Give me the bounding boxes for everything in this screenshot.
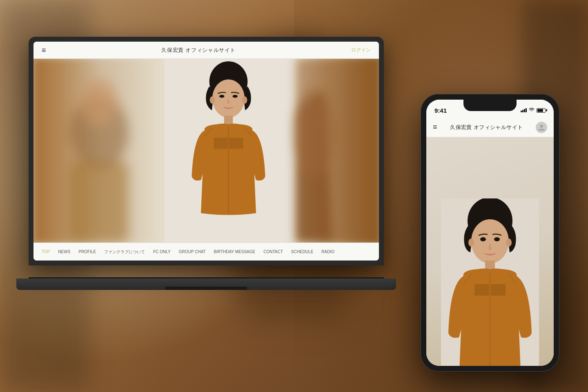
svg-rect-26 bbox=[491, 284, 506, 296]
phone-notch bbox=[463, 100, 517, 111]
svg-rect-11 bbox=[214, 138, 228, 149]
phone-hamburger-icon[interactable]: ≡ bbox=[433, 123, 437, 131]
nav-item-fc-only[interactable]: FC ONLY bbox=[149, 243, 175, 261]
nav-item-news[interactable]: NEWS bbox=[54, 243, 74, 261]
nav-item-contact[interactable]: CONTACT bbox=[259, 243, 287, 261]
phone-hero-person bbox=[441, 198, 539, 366]
laptop-base bbox=[16, 278, 396, 290]
laptop-body: ≡ 久保宏貴 オフィシャルサイト ログイン bbox=[29, 37, 384, 265]
phone-site-title: 久保宏貴 オフィシャルサイト bbox=[450, 124, 523, 131]
svg-point-9 bbox=[233, 95, 238, 98]
svg-point-20 bbox=[468, 238, 474, 247]
login-link[interactable]: ログイン bbox=[351, 47, 371, 53]
phone-screen: 9:41 bbox=[426, 100, 554, 366]
phone-body: 9:41 bbox=[421, 94, 559, 372]
phone-device: 9:41 bbox=[421, 94, 559, 372]
svg-point-6 bbox=[210, 96, 215, 104]
svg-rect-12 bbox=[229, 138, 243, 149]
laptop-hero bbox=[33, 59, 379, 243]
nav-item-profile[interactable]: PROFILE bbox=[74, 243, 100, 261]
svg-point-15 bbox=[293, 88, 336, 176]
svg-point-21 bbox=[506, 238, 512, 247]
laptop-screen: ≡ 久保宏貴 オフィシャルサイト ログイン bbox=[33, 42, 379, 261]
svg-point-19 bbox=[471, 219, 509, 263]
nav-item-group-chat[interactable]: GROUP CHAT bbox=[175, 243, 210, 261]
svg-point-8 bbox=[219, 95, 225, 98]
laptop-navbar: ≡ 久保宏貴 オフィシャルサイト ログイン bbox=[33, 42, 379, 59]
nav-item-radio[interactable]: RADIO bbox=[317, 243, 339, 261]
laptop-footer-nav: TOP NEWS PROFILE ファンクラブについて FC ONLY GROU… bbox=[33, 243, 379, 261]
svg-point-16 bbox=[540, 125, 543, 128]
hero-right-figure bbox=[293, 59, 379, 243]
nav-item-top[interactable]: TOP bbox=[38, 243, 54, 261]
phone-status-icons bbox=[521, 107, 546, 114]
svg-point-7 bbox=[242, 96, 247, 104]
nav-item-schedule[interactable]: SCHEDULE bbox=[287, 243, 317, 261]
svg-rect-25 bbox=[474, 284, 489, 296]
svg-point-22 bbox=[480, 237, 486, 241]
battery-fill bbox=[537, 109, 543, 112]
phone-hero bbox=[426, 137, 554, 366]
laptop-site-title: 久保宏貴 オフィシャルサイト bbox=[161, 47, 236, 54]
nav-item-fanclub[interactable]: ファンクラブについて bbox=[100, 243, 149, 261]
hamburger-menu-icon[interactable]: ≡ bbox=[42, 47, 46, 54]
laptop-device: ≡ 久保宏貴 オフィシャルサイト ログイン bbox=[29, 37, 384, 290]
battery-icon bbox=[537, 108, 546, 113]
phone-avatar-icon[interactable] bbox=[536, 122, 547, 133]
nav-item-birthday[interactable]: BIRTHDAY MESSAGE bbox=[210, 243, 260, 261]
phone-navbar: ≡ 久保宏貴 オフィシャルサイト bbox=[426, 118, 554, 137]
hero-center bbox=[165, 59, 292, 243]
wifi-icon bbox=[529, 107, 535, 114]
phone-time: 9:41 bbox=[434, 107, 447, 114]
svg-point-23 bbox=[494, 237, 500, 241]
signal-bars-icon bbox=[521, 108, 527, 112]
svg-rect-2 bbox=[70, 162, 129, 243]
hero-left-figure bbox=[33, 59, 165, 243]
svg-point-1 bbox=[81, 79, 118, 127]
